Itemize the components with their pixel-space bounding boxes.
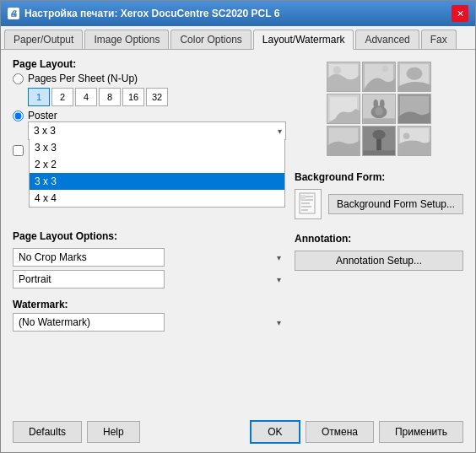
close-button[interactable]: ✕: [452, 5, 468, 22]
pps-btn-4[interactable]: 4: [75, 88, 97, 106]
poster-checkbox[interactable]: [13, 145, 24, 156]
svg-rect-34: [300, 195, 306, 200]
preview-cell-5: [398, 94, 431, 124]
pps-buttons-row: 1 2 4 8 16 32: [28, 88, 286, 106]
poster-dropdown-selected[interactable]: 3 x 3 ▾: [29, 122, 285, 139]
pps-btn-32[interactable]: 32: [146, 88, 168, 106]
tabs-bar: Paper/Output Image Options Color Options…: [1, 26, 475, 50]
svg-point-13: [373, 100, 378, 109]
background-form-setup-button[interactable]: Background Form Setup...: [328, 194, 463, 214]
annotation-section: Annotation: Annotation Setup...: [295, 233, 463, 271]
tab-layout[interactable]: Layout/Watermark: [253, 30, 354, 50]
watermark-select[interactable]: (No Watermark)CONFIDENTIALDRAFTCOPY: [13, 313, 165, 332]
right-column: Background Form:: [295, 58, 463, 407]
window-icon: 🖨: [8, 8, 19, 19]
poster-radio[interactable]: [13, 111, 24, 121]
orientation-arrow: ▾: [277, 275, 281, 284]
svg-point-8: [407, 67, 423, 80]
pages-per-sheet-row: Pages Per Sheet (N-Up): [13, 73, 286, 84]
left-column: Page Layout: Pages Per Sheet (N-Up) 1 2 …: [13, 58, 286, 407]
poster-label: Poster: [28, 110, 57, 121]
pages-per-sheet-label: Pages Per Sheet (N-Up): [28, 73, 138, 84]
poster-dropdown-list: 3 x 3 2 x 2 3 x 3 4 x 4: [29, 139, 285, 208]
title-bar: 🖨 Настройка печати: Xerox DocuCentre SC2…: [1, 1, 475, 26]
svg-point-14: [380, 100, 385, 109]
poster-selected-text: 3 x 3: [34, 125, 56, 137]
poster-dropdown-wrapper: 3 x 3 ▾ 3 x 3 2 x 2 3 x 3 4 x 4: [28, 121, 286, 140]
svg-point-27: [403, 133, 410, 140]
page-layout-options-section: Page Layout Options: No Crop MarksCrop M…: [13, 230, 286, 289]
watermark-section: Watermark: (No Watermark)CONFIDENTIALDRA…: [13, 299, 286, 332]
pps-btn-2[interactable]: 2: [51, 88, 73, 106]
pages-per-sheet-radio[interactable]: [13, 73, 24, 84]
window-title: Настройка печати: Xerox DocuCentre SC202…: [24, 8, 279, 19]
page-layout-label: Page Layout:: [13, 58, 286, 70]
poster-option-2[interactable]: 3 x 3: [30, 173, 284, 190]
ok-button[interactable]: OK: [250, 420, 300, 444]
crop-marks-select[interactable]: No Crop MarksCrop MarksRegistration Mark…: [13, 248, 165, 267]
poster-row: Poster: [13, 110, 286, 121]
preview-cell-1: [362, 62, 396, 92]
svg-point-23: [372, 130, 385, 139]
orientation-row: PortraitLandscape ▾: [13, 270, 286, 289]
background-form-section: Background Form:: [295, 171, 463, 219]
annotation-setup-button[interactable]: Annotation Setup...: [295, 251, 463, 271]
watermark-row: (No Watermark)CONFIDENTIALDRAFTCOPY ▾: [13, 313, 286, 332]
tab-image[interactable]: Image Options: [84, 30, 169, 49]
tab-paper[interactable]: Paper/Output: [4, 30, 83, 49]
svg-point-5: [382, 66, 389, 73]
svg-rect-31: [301, 202, 310, 204]
help-button[interactable]: Help: [87, 421, 140, 443]
pps-btn-16[interactable]: 16: [122, 88, 144, 106]
poster-dropdown[interactable]: 3 x 3 ▾ 3 x 3 2 x 2 3 x 3 4 x 4: [28, 121, 286, 140]
svg-point-2: [333, 67, 341, 74]
preview-cell-6: [327, 126, 360, 156]
crop-marks-row: No Crop MarksCrop MarksRegistration Mark…: [13, 248, 286, 267]
svg-rect-33: [301, 209, 308, 211]
poster-option-3[interactable]: 4 x 4: [30, 190, 284, 207]
defaults-button[interactable]: Defaults: [13, 421, 82, 443]
preview-cell-4: [362, 94, 396, 124]
poster-dropdown-arrow: ▾: [278, 127, 282, 136]
dialog-window: 🖨 Настройка печати: Xerox DocuCentre SC2…: [0, 0, 476, 453]
tab-fax[interactable]: Fax: [421, 30, 457, 49]
bottom-buttons: Defaults Help OK Отмена Применить: [1, 415, 475, 452]
page-layout-options-label: Page Layout Options:: [13, 230, 286, 242]
main-content: Page Layout: Pages Per Sheet (N-Up) 1 2 …: [1, 50, 475, 415]
poster-option-1[interactable]: 2 x 2: [30, 156, 284, 173]
background-form-row: Background Form Setup...: [295, 189, 463, 219]
watermark-label: Watermark:: [13, 299, 286, 310]
svg-point-15: [375, 107, 382, 115]
svg-rect-24: [363, 150, 395, 155]
pps-btn-1[interactable]: 1: [28, 88, 50, 106]
watermark-arrow: ▾: [277, 318, 281, 327]
orientation-select[interactable]: PortraitLandscape: [13, 270, 165, 289]
poster-option-0[interactable]: 3 x 3: [30, 139, 284, 156]
svg-rect-16: [363, 118, 395, 123]
background-form-icon: [295, 189, 322, 219]
preview-cell-2: [398, 62, 431, 92]
tab-advanced[interactable]: Advanced: [355, 30, 419, 49]
preview-cell-0: [327, 62, 360, 92]
page-layout-section: Page Layout: Pages Per Sheet (N-Up) 1 2 …: [13, 58, 286, 156]
preview-grid: [327, 62, 431, 156]
preview-cell-3: [327, 94, 360, 124]
pps-btn-8[interactable]: 8: [99, 88, 121, 106]
svg-rect-32: [301, 206, 311, 208]
crop-marks-arrow: ▾: [277, 253, 281, 262]
tab-color[interactable]: Color Options: [170, 30, 251, 49]
preview-cell-7: [362, 126, 396, 156]
cancel-button[interactable]: Отмена: [306, 421, 374, 443]
annotation-label: Annotation:: [295, 233, 463, 245]
background-form-label: Background Form:: [295, 171, 463, 183]
preview-cell-8: [398, 126, 431, 156]
apply-button[interactable]: Применить: [379, 421, 463, 443]
